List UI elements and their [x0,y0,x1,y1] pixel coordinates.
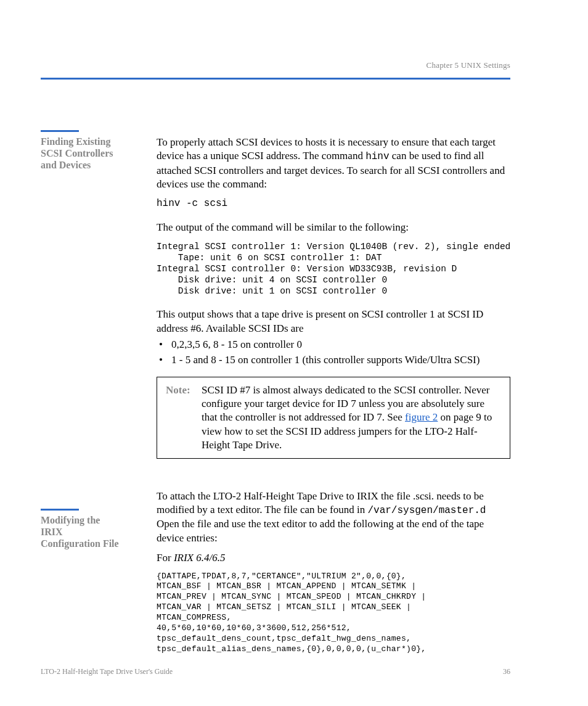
side-heading-a: Finding Existing SCSI Controllers and De… [41,136,145,171]
side-rule-a [41,130,79,132]
side-rule-b [41,509,79,511]
running-header: Chapter 5 UNIX Settings [427,60,510,70]
para-a1: To properly attach SCSI devices to hosts… [157,136,510,191]
para-a3: This output shows that a tape drive is p… [157,308,510,335]
para-b2: For IRIX 6.4/6.5 [157,551,510,565]
note-box: Note: SCSI ID #7 is almost always dedica… [157,377,510,458]
bullet-list: 0,2,3,5 6, 8 - 15 on controller 0 1 - 5 … [157,338,510,367]
footer-page-number: 36 [503,667,510,676]
content-column: To properly attach SCSI devices to hosts… [157,136,510,655]
header-rule [41,78,510,80]
para-b1-b: Open the file and use the text editor to… [157,518,484,543]
note-label: Note: [166,384,194,451]
side-heading-a-line1: Finding Existing [41,136,110,147]
cmd-block-hinv: hinv -c scsi [157,197,510,210]
para-b2-em: IRIX 6.4/6.5 [174,552,226,564]
side-heading-b: Modifying the IRIX Configuration File [41,514,145,550]
bullet-2: 1 - 5 and 8 - 15 on controller 1 (this c… [157,353,510,367]
page: Chapter 5 UNIX Settings Finding Existing… [0,0,588,706]
side-heading-a-line3: and Devices [41,160,91,170]
inline-cmd-hinv: hinv [365,151,389,162]
page-footer: LTO-2 Half-Height Tape Drive User's Guid… [41,667,510,676]
figure-link[interactable]: figure 2 [405,411,438,423]
para-b1: To attach the LTO-2 Half-Height Tape Dri… [157,490,510,545]
bullet-1: 0,2,3,5 6, 8 - 15 on controller 0 [157,338,510,351]
side-heading-b-line2: IRIX [41,527,63,537]
para-a2: The output of the command will be simila… [157,221,510,234]
cfg-code-block: {DATTAPE,TPDAT,8,7,"CERTANCE","ULTRIUM 2… [157,572,510,655]
inline-path: /var/sysgen/master.d [367,505,486,516]
output-block: Integral SCSI controller 1: Version QL10… [157,241,510,297]
note-body: SCSI ID #7 is almost always dedicated to… [202,384,501,451]
para-b2-pre: For [157,552,174,564]
side-heading-b-line1: Modifying the [41,515,100,525]
footer-title: LTO-2 Half-Height Tape Drive User's Guid… [41,667,173,676]
side-heading-b-line3: Configuration File [41,538,119,549]
side-heading-a-line2: SCSI Controllers [41,148,113,158]
